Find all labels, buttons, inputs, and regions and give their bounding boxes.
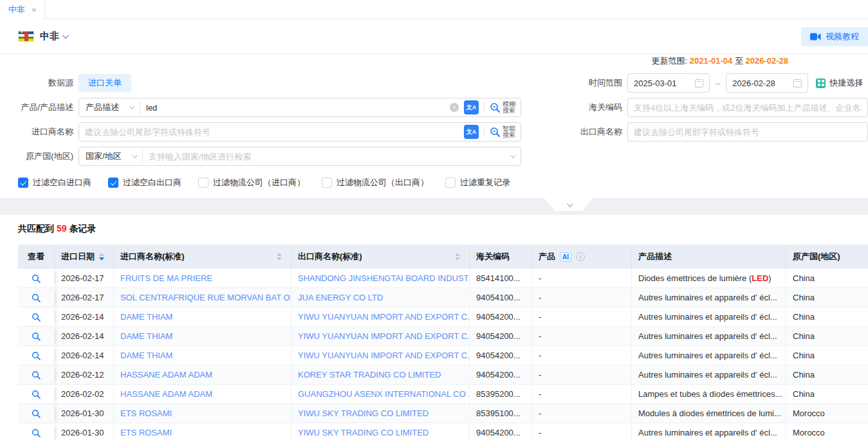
results-table: 查看进口日期进口商名称(标准)出口商名称(标准)海关编码产品AIi产品描述原产国… — [18, 244, 868, 440]
sort-desc-icon[interactable] — [99, 257, 104, 261]
filter-checkbox[interactable]: 过滤物流公司（出口商） — [322, 177, 429, 188]
sort-asc-icon[interactable] — [99, 253, 104, 256]
view-magnifier-icon[interactable] — [32, 390, 41, 399]
view-record-button[interactable] — [18, 404, 55, 423]
fuzzy-search-button[interactable]: 模糊搜索 — [490, 101, 521, 114]
exporter-name-link[interactable]: KOREY STAR TRADING CO LIMITED — [298, 370, 441, 380]
translate-icon[interactable]: 文A — [464, 100, 479, 115]
exporter-name-link[interactable]: YIWU SKY TRADING CO LIMITED — [298, 408, 429, 418]
chevron-down-icon[interactable] — [510, 152, 515, 158]
view-record-button[interactable] — [18, 346, 55, 365]
importer-name: HASSANE ADAM ADAM — [114, 365, 291, 385]
product-label: 产品/产品描述 — [0, 102, 73, 113]
origin-country-input[interactable] — [143, 152, 510, 161]
update-range: 更新范围: 2021-01-04 至 2026-02-28 — [0, 55, 868, 68]
end-date-input[interactable]: 2026-02-28 — [726, 73, 808, 93]
importer-name-link[interactable]: SOL CENTRAFRIQUE RUE MORVAN BAT OF... — [120, 293, 291, 302]
highlighted-keyword: LED — [752, 273, 768, 283]
view-record-button[interactable] — [18, 423, 55, 440]
video-tutorial-button[interactable]: 视频教程 — [801, 27, 868, 46]
filter-checkbox[interactable]: 过滤空白进口商 — [18, 177, 91, 188]
column-label: 海关编码 — [476, 251, 510, 262]
exporter-name-link[interactable]: SHANDONG JINSHENGTAI BOARD INDUST... — [298, 273, 470, 283]
exporter-name-link[interactable]: YIWU YUANYUAN IMPORT AND EXPORT C... — [298, 351, 470, 360]
importer-name-link[interactable]: ETS ROSAMI — [120, 408, 172, 418]
view-record-button[interactable] — [18, 327, 55, 346]
importer-name-link[interactable]: DAME THIAM — [120, 351, 172, 360]
sort-asc-icon[interactable] — [277, 253, 282, 256]
importer-name-input[interactable] — [79, 127, 464, 137]
checkbox-unchecked-icon[interactable] — [445, 178, 456, 188]
import-declaration-button[interactable]: 进口关单 — [78, 74, 131, 92]
sort-carets[interactable] — [99, 253, 104, 261]
import-date-cell: 2026-02-12 — [55, 365, 114, 385]
exporter-name-link[interactable]: JUA ENERGY CO LTD — [298, 293, 383, 302]
origin-type-select[interactable]: 国家/地区 — [79, 147, 143, 165]
clear-input-icon[interactable]: × — [450, 103, 459, 112]
view-magnifier-icon[interactable] — [32, 351, 41, 361]
filter-checkbox[interactable]: 过滤空白出口商 — [108, 177, 181, 188]
exporter-name-link[interactable]: YIWU YUANYUAN IMPORT AND EXPORT C... — [298, 312, 470, 322]
sort-desc-icon[interactable] — [277, 257, 282, 261]
view-magnifier-icon[interactable] — [32, 274, 41, 284]
exporter-name: GUANGZHOU ASENX INTERNATIONAL CO ... — [291, 385, 470, 404]
view-record-button[interactable] — [18, 269, 55, 288]
column-header-importer[interactable]: 进口商名称(标准) — [114, 244, 291, 269]
sort-desc-icon[interactable] — [455, 257, 460, 261]
exporter-name-link[interactable]: YIWU YUANYUAN IMPORT AND EXPORT C... — [298, 331, 470, 341]
importer-name-link[interactable]: HASSANE ADAM ADAM — [120, 370, 212, 380]
importer-name-link[interactable]: DAME THIAM — [120, 312, 172, 322]
column-label: 查看 — [28, 251, 44, 262]
exporter-name-link[interactable]: YIWU SKY TRADING CO LIMITED — [298, 428, 429, 437]
origin-country-cell: China — [786, 269, 868, 288]
importer-name-link[interactable]: DAME THIAM — [120, 331, 172, 341]
importer-name-link[interactable]: FRUITS DE MA PRIERE — [120, 273, 212, 283]
product-type-select[interactable]: 产品描述 — [79, 98, 140, 116]
importer-name-link[interactable]: HASSANE ADAM ADAM — [120, 389, 212, 399]
chevron-down-icon — [129, 104, 134, 109]
collapse-form-handle[interactable] — [544, 198, 593, 211]
tab-label[interactable]: 中非 — [8, 4, 25, 15]
view-record-button[interactable] — [18, 365, 55, 385]
view-magnifier-icon[interactable] — [32, 332, 41, 342]
product-search-input[interactable] — [140, 103, 450, 113]
view-magnifier-icon[interactable] — [32, 313, 41, 322]
exporter-name-input[interactable] — [628, 127, 867, 137]
column-header-exporter[interactable]: 出口商名称(标准) — [291, 244, 470, 269]
view-magnifier-icon[interactable] — [32, 428, 41, 438]
sort-carets[interactable] — [277, 253, 282, 261]
chevron-down-icon[interactable] — [62, 32, 69, 39]
product-description-cell: Autres luminaires et appareils d' écl... — [632, 423, 786, 440]
sort-asc-icon[interactable] — [455, 253, 460, 256]
start-date-input[interactable]: 2025-03-01 — [627, 73, 710, 93]
view-record-button[interactable] — [18, 307, 55, 327]
info-icon[interactable]: i — [576, 252, 585, 261]
view-record-button[interactable] — [18, 288, 55, 307]
description-text: Autres luminaires et appareils d' écl... — [638, 370, 777, 380]
tab-central-africa[interactable]: 中非 × — [0, 0, 45, 19]
checkbox-checked-icon[interactable] — [18, 178, 28, 188]
view-record-button[interactable] — [18, 385, 55, 404]
hs-code-input[interactable] — [628, 103, 867, 113]
country-name[interactable]: 中非 — [40, 30, 59, 42]
importer-name-link[interactable]: ETS ROSAMI — [120, 428, 172, 437]
table-header-row: 查看进口日期进口商名称(标准)出口商名称(标准)海关编码产品AIi产品描述原产国… — [18, 244, 868, 269]
view-magnifier-icon[interactable] — [32, 371, 41, 380]
view-magnifier-icon[interactable] — [32, 293, 41, 303]
filter-checkbox[interactable]: 过滤物流公司（进口商） — [198, 177, 305, 188]
quick-select-button[interactable]: 快捷选择 — [816, 77, 863, 89]
exporter-name-link[interactable]: GUANGZHOU ASENX INTERNATIONAL CO ... — [298, 389, 470, 399]
column-header-date[interactable]: 进口日期 — [55, 244, 114, 269]
checkbox-checked-icon[interactable] — [108, 178, 118, 188]
view-magnifier-icon[interactable] — [32, 409, 41, 419]
filter-checkbox[interactable]: 过滤重复记录 — [445, 177, 510, 188]
checkbox-unchecked-icon[interactable] — [198, 178, 208, 188]
smart-search-button[interactable]: 智能搜索 — [490, 125, 521, 138]
start-date-value: 2025-03-01 — [634, 78, 677, 88]
filter-checkbox-label: 过滤空白出口商 — [123, 177, 181, 188]
chevron-down-icon — [566, 201, 573, 207]
checkbox-unchecked-icon[interactable] — [322, 178, 332, 188]
close-icon[interactable]: × — [32, 6, 37, 14]
sort-carets[interactable] — [455, 253, 460, 261]
translate-icon[interactable]: 文A — [464, 125, 479, 139]
